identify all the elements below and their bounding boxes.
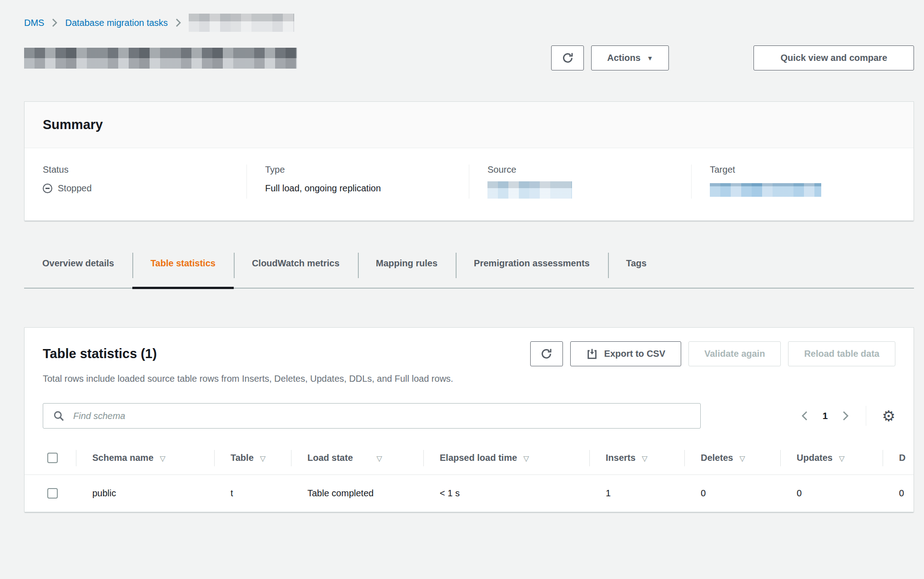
search-row: 1 ⚙ xyxy=(25,384,914,429)
page-header: Actions ▼ Quick view and compare xyxy=(24,45,914,70)
refresh-table-button[interactable] xyxy=(530,341,563,366)
column-label: Schema name xyxy=(92,453,154,463)
header-actions: Actions ▼ Quick view and compare xyxy=(551,45,914,70)
export-to-csv-label: Export to CSV xyxy=(604,349,665,359)
status-label: Status xyxy=(43,165,228,175)
redacted-task-name-breadcrumb xyxy=(189,14,294,32)
cell-schema-name: public xyxy=(76,474,214,512)
validate-again-label: Validate again xyxy=(704,349,765,359)
chevron-right-icon xyxy=(840,410,850,422)
stopped-icon xyxy=(43,184,52,193)
sort-icon[interactable]: ▽ xyxy=(160,454,166,462)
type-label: Type xyxy=(265,165,451,175)
refresh-icon xyxy=(540,348,552,360)
tab-overview-details[interactable]: Overview details xyxy=(24,251,132,288)
find-schema-input[interactable] xyxy=(43,403,701,429)
sort-icon[interactable]: ▽ xyxy=(260,454,266,462)
select-all-header-cell xyxy=(25,441,76,474)
tab-tags[interactable]: Tags xyxy=(608,251,665,288)
breadcrumb-link-dms[interactable]: DMS xyxy=(24,18,44,28)
previous-page-button[interactable] xyxy=(800,410,810,422)
quick-view-and-compare-button[interactable]: Quick view and compare xyxy=(753,45,914,70)
breadcrumb-chevron-icon xyxy=(175,18,181,28)
refresh-icon xyxy=(562,52,574,64)
column-header-table[interactable]: Table▽ xyxy=(214,441,291,474)
actions-button[interactable]: Actions ▼ xyxy=(591,45,669,70)
dms-task-page: DMS Database migration tasks Actions ▼ Q… xyxy=(0,0,924,512)
redacted-page-title xyxy=(24,48,297,69)
sort-icon[interactable]: ▽ xyxy=(739,454,745,462)
quick-view-label: Quick view and compare xyxy=(780,53,887,63)
breadcrumb: DMS Database migration tasks xyxy=(24,14,914,32)
redacted-source-endpoint-link[interactable] xyxy=(487,181,572,199)
search-field xyxy=(43,403,701,429)
validate-again-button[interactable]: Validate again xyxy=(688,341,781,366)
tab-table-statistics[interactable]: Table statistics xyxy=(132,251,234,288)
table-header-row: Schema name▽ Table▽ Load state▽ Elapsed … xyxy=(25,441,914,474)
cell-deletes: 0 xyxy=(684,474,780,512)
export-to-csv-button[interactable]: Export to CSV xyxy=(570,341,681,366)
column-label: Table xyxy=(231,453,254,463)
table-statistics-table-wrapper: Schema name▽ Table▽ Load state▽ Elapsed … xyxy=(25,441,914,512)
tab-mapping-rules[interactable]: Mapping rules xyxy=(358,251,456,288)
target-label: Target xyxy=(710,165,895,175)
column-header-inserts[interactable]: Inserts▽ xyxy=(589,441,684,474)
select-all-checkbox[interactable] xyxy=(47,453,58,463)
sort-icon[interactable]: ▽ xyxy=(642,454,648,462)
sort-icon[interactable]: ▽ xyxy=(377,454,382,462)
column-header-ddls[interactable]: D xyxy=(883,441,914,474)
download-icon xyxy=(586,348,598,360)
next-page-button[interactable] xyxy=(840,410,850,422)
column-header-elapsed-load-time[interactable]: Elapsed load time▽ xyxy=(423,441,589,474)
cell-ddls: 0 xyxy=(883,474,914,512)
current-page-number: 1 xyxy=(823,410,828,421)
actions-button-label: Actions xyxy=(607,53,640,63)
search-icon xyxy=(53,410,65,422)
column-header-schema-name[interactable]: Schema name▽ xyxy=(76,441,214,474)
summary-panel: Summary Status Stopped Type Full load, o… xyxy=(24,101,914,221)
tab-cloudwatch-metrics[interactable]: CloudWatch metrics xyxy=(234,251,358,288)
summary-panel-header: Summary xyxy=(25,102,914,148)
column-label: Deletes xyxy=(701,453,733,463)
table-row: public t Table completed < 1 s 1 0 0 0 xyxy=(25,474,914,512)
source-label: Source xyxy=(487,165,673,175)
tab-bar: Overview details Table statistics CloudW… xyxy=(24,251,914,289)
column-label: Inserts xyxy=(606,453,636,463)
cell-elapsed-load-time: < 1 s xyxy=(423,474,589,512)
reload-table-data-button[interactable]: Reload table data xyxy=(788,341,895,366)
reload-table-data-label: Reload table data xyxy=(804,349,879,359)
column-header-load-state[interactable]: Load state▽ xyxy=(291,441,423,474)
cell-load-state: Table completed xyxy=(291,474,423,512)
cell-table: t xyxy=(214,474,291,512)
pagination: 1 ⚙ xyxy=(800,406,895,426)
table-statistics-description: Total rows include loaded source table r… xyxy=(25,374,914,384)
sort-icon[interactable]: ▽ xyxy=(839,454,844,462)
pagination-divider xyxy=(866,406,866,426)
status-value: Stopped xyxy=(43,183,228,194)
type-value: Full load, ongoing replication xyxy=(265,183,451,194)
sort-icon[interactable]: ▽ xyxy=(523,454,529,462)
summary-field-source: Source xyxy=(469,165,691,199)
column-header-deletes[interactable]: Deletes▽ xyxy=(684,441,780,474)
column-label: Load state xyxy=(307,453,353,463)
cell-inserts: 1 xyxy=(589,474,684,512)
caret-down-icon: ▼ xyxy=(647,55,653,61)
status-text: Stopped xyxy=(58,183,92,194)
summary-field-type: Type Full load, ongoing replication xyxy=(246,165,469,199)
redacted-target-endpoint-link[interactable] xyxy=(710,183,821,197)
chevron-left-icon xyxy=(800,410,810,422)
tab-premigration-assessments[interactable]: Premigration assessments xyxy=(456,251,608,288)
column-label: D xyxy=(899,453,905,463)
summary-title: Summary xyxy=(43,117,895,132)
row-select-cell xyxy=(25,474,76,512)
column-header-updates[interactable]: Updates▽ xyxy=(780,441,883,474)
breadcrumb-link-tasks[interactable]: Database migration tasks xyxy=(65,18,168,28)
column-label: Updates xyxy=(797,453,833,463)
row-checkbox[interactable] xyxy=(47,488,58,499)
table-statistics-title: Table statistics (1) xyxy=(43,346,157,361)
table-statistics-table: Schema name▽ Table▽ Load state▽ Elapsed … xyxy=(25,441,914,512)
table-statistics-actions: Export to CSV Validate again Reload tabl… xyxy=(530,341,895,366)
refresh-button[interactable] xyxy=(551,45,584,70)
column-label: Elapsed load time xyxy=(440,453,517,463)
gear-icon[interactable]: ⚙ xyxy=(882,409,895,424)
